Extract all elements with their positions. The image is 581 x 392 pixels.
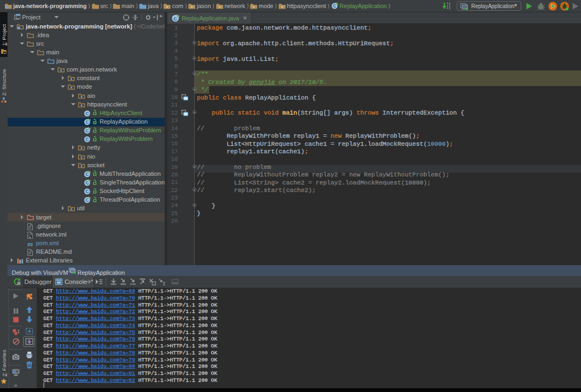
svg-text:C: C xyxy=(86,189,89,194)
svg-text:m: m xyxy=(27,240,33,247)
svg-text:C: C xyxy=(86,137,89,142)
svg-text:C: C xyxy=(86,111,89,116)
